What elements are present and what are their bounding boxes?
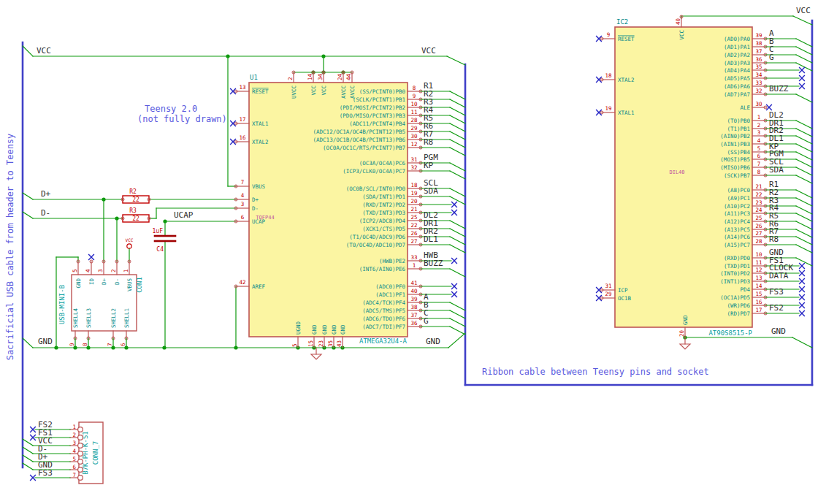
pin-number: 16 xyxy=(755,299,762,305)
wire xyxy=(450,310,465,318)
pin-name: XTAL1 xyxy=(618,110,635,116)
vcc-symbol-label: VCC xyxy=(126,237,134,243)
net-label: DATA xyxy=(769,271,789,280)
pin-number: 20 xyxy=(678,329,685,337)
pin-name: (PDO/MISO/PCINT3)PB3 xyxy=(340,112,405,119)
component-ref: CON1 xyxy=(136,277,143,293)
pin-name: GND xyxy=(331,324,337,335)
pin-name: (AD1)PA1 xyxy=(724,44,750,50)
junction-dot xyxy=(162,345,166,349)
net-label: D+ xyxy=(41,189,51,199)
wire xyxy=(448,333,465,348)
wire xyxy=(450,188,465,196)
pin-name: VCC xyxy=(310,85,317,96)
pin-number: 1 xyxy=(123,269,129,272)
pin-number: 2 xyxy=(757,122,761,129)
pin-number: 27 xyxy=(410,238,417,245)
pin-name: (SCLK/PCINT1)PB1 xyxy=(353,96,405,103)
wire xyxy=(450,91,465,99)
pin-number: 33 xyxy=(410,254,417,261)
pin-number: 44 xyxy=(345,73,352,80)
net-label: R8 xyxy=(769,234,779,244)
wire xyxy=(450,196,465,205)
pin-number: 8 xyxy=(82,343,88,346)
wire xyxy=(23,439,33,446)
pin-name: (A12)PC4 xyxy=(724,218,751,225)
pin-name: (OC1A)PD5 xyxy=(720,294,750,301)
pin-name: (INT1)PD3 xyxy=(720,278,750,285)
pin-name: D+ xyxy=(101,278,107,286)
wire xyxy=(450,163,465,171)
teensy-note-line2: (not fully drawn) xyxy=(137,114,227,124)
pin-name: UVCC xyxy=(291,85,297,99)
pin-number: 28 xyxy=(755,238,762,245)
pin-name: (A11)PC3 xyxy=(724,210,750,217)
pin-socket-icon xyxy=(78,435,83,440)
pin-number: 4 xyxy=(85,269,91,272)
pin-number: 23 xyxy=(318,340,324,347)
wire xyxy=(450,245,465,253)
pin-number: 36 xyxy=(410,320,418,327)
pin-name: (XCK1/CTS)PD5 xyxy=(362,226,405,232)
net-label: VCC xyxy=(421,46,436,56)
net-label: BUZZ xyxy=(424,259,443,268)
pin-name: XTAL1 xyxy=(252,121,269,127)
pin-number: 32 xyxy=(410,164,417,171)
wire xyxy=(450,115,465,123)
net-label: D- xyxy=(41,208,50,218)
wire xyxy=(796,213,812,221)
pin-number: 34 xyxy=(317,73,324,80)
pin-number: 9 xyxy=(69,343,75,346)
pin-name: XTAL2 xyxy=(252,139,269,145)
pin-name: RESET xyxy=(618,36,635,42)
pin-number: 22 xyxy=(755,191,762,198)
wire xyxy=(792,337,812,348)
junction-dot xyxy=(234,345,237,349)
pin-number: 29 xyxy=(410,125,417,131)
pin-name: (HWB)PE2 xyxy=(379,258,405,264)
pin-number: 13 xyxy=(755,275,762,281)
wire xyxy=(796,221,812,229)
pin-name: GND xyxy=(75,278,82,289)
pin-number: 13 xyxy=(239,84,245,91)
pin-number: 10 xyxy=(755,251,762,258)
pin-name: ID xyxy=(88,278,95,286)
pin-number: 3 xyxy=(72,440,76,446)
pin-name: (T1)PB1 xyxy=(727,126,750,132)
pin-number: 36 xyxy=(755,56,762,63)
pin-number: 19 xyxy=(410,190,417,196)
pin-number: 7 xyxy=(757,161,761,167)
pin-number: 35 xyxy=(755,64,762,70)
pin-number: 28 xyxy=(410,117,418,123)
pin-number: 41 xyxy=(410,280,417,286)
pin-name: (ADC11/PCINT4)PB4 xyxy=(349,121,405,127)
pin-name: (T0)PB0 xyxy=(727,118,750,124)
wire xyxy=(796,167,812,175)
wire xyxy=(450,229,465,237)
wire xyxy=(796,152,812,160)
net-label: FS2 xyxy=(769,303,784,313)
pin-socket-icon xyxy=(78,427,83,432)
pin-number: 35 xyxy=(327,340,334,347)
component-part: ATMEGA32U4-A xyxy=(359,337,408,345)
wire xyxy=(450,123,465,131)
junction-dot xyxy=(102,197,105,201)
resistor-ref: R3 xyxy=(129,207,137,214)
pin-number: 1 xyxy=(413,262,416,269)
pin-number: 30 xyxy=(755,101,762,107)
net-label: KP xyxy=(424,161,434,170)
pin-number: 4 xyxy=(241,192,245,199)
pin-name: (ADC4/TCK)PF4 xyxy=(362,299,405,306)
pin-name: (AIN1)PB3 xyxy=(720,141,750,148)
pin-name: VCC xyxy=(321,85,327,96)
pin-number: 2 xyxy=(110,269,117,272)
pin-number: 2 xyxy=(72,432,76,438)
pin-number: 42 xyxy=(239,279,245,286)
pin-number: 39 xyxy=(410,296,417,302)
pin-number: 38 xyxy=(410,304,418,310)
wire xyxy=(796,175,812,183)
pin-number: 23 xyxy=(755,199,762,206)
wire xyxy=(450,171,465,179)
net-label: VCC xyxy=(37,46,51,56)
pin-name: UGND xyxy=(295,321,302,335)
